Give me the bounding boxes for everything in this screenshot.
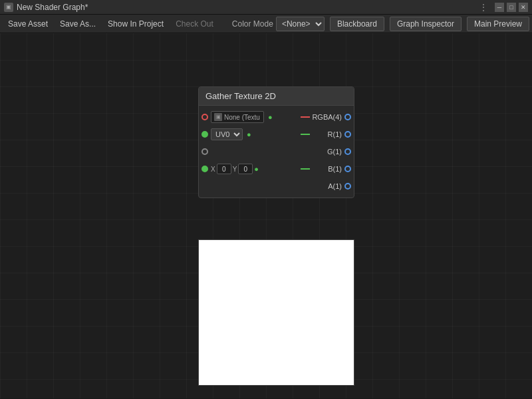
rgba-label: RGBA(4) [312, 113, 342, 121]
output-row-g: G(1) [301, 143, 354, 160]
b-port-dot[interactable] [344, 166, 351, 172]
close-button[interactable]: ✕ [519, 3, 528, 12]
input-row-uv: UV0 UV1 ● [199, 126, 301, 143]
color-mode-select[interactable]: <None> Linear Gamma [276, 17, 325, 31]
x-input[interactable] [217, 164, 231, 174]
blackboard-tab[interactable]: Blackboard [330, 17, 384, 31]
xy-widget: X Y [211, 164, 253, 174]
x-label: X [211, 166, 215, 173]
b-label: B(1) [328, 165, 342, 173]
app-icon: ▣ [4, 3, 13, 12]
dots-menu-icon[interactable]: ⋮ [479, 2, 488, 13]
texture-icon: ▣ [214, 113, 222, 121]
main-preview-tab[interactable]: Main Preview [467, 17, 529, 31]
g-label: G(1) [327, 148, 342, 156]
maximize-button[interactable]: □ [507, 3, 516, 12]
save-asset-button[interactable]: Save Asset [3, 17, 53, 31]
check-out-button[interactable]: Check Out [170, 17, 219, 31]
input-row-texture: ▣ None (Textu ● [199, 108, 301, 126]
color-mode-group: Color Mode <None> Linear Gamma Blackboar… [232, 17, 529, 31]
texture-connector-dot: ● [268, 113, 273, 121]
show-in-project-button[interactable]: Show In Project [102, 17, 169, 31]
node-title: Gather Texture 2D [205, 91, 276, 101]
menu-bar: Save Asset Save As... Show In Project Ch… [0, 15, 532, 33]
window-title: New Shader Graph* [17, 3, 479, 12]
node-inputs: ▣ None (Textu ● UV0 UV1 ● [199, 106, 301, 198]
rgba-port-dot[interactable] [344, 114, 351, 120]
window-controls: ⋮ ─ □ ✕ [479, 2, 528, 13]
a-label: A(1) [328, 182, 342, 190]
y-input[interactable] [238, 164, 253, 174]
offset-port-dot[interactable] [201, 166, 208, 172]
uv-connector-line [301, 134, 310, 135]
texture-port-dot[interactable] [201, 114, 208, 120]
node-card[interactable]: Gather Texture 2D ▣ None (Textu ● [198, 86, 354, 198]
texture-value: None (Textu [224, 114, 260, 121]
preview-box [198, 239, 354, 386]
texture-connector-line [301, 116, 310, 118]
sampler-port-dot[interactable] [201, 148, 208, 155]
r-label: R(1) [328, 130, 342, 138]
uv-select[interactable]: UV0 UV1 [211, 128, 243, 140]
r-port-dot[interactable] [344, 131, 351, 138]
title-bar: ▣ New Shader Graph* ⋮ ─ □ ✕ [0, 0, 532, 15]
offset-connector-line [301, 168, 310, 170]
uv-connector-dot: ● [247, 130, 251, 138]
y-label: Y [233, 166, 237, 173]
output-row-a: A(1) [301, 178, 354, 195]
node-body: ▣ None (Textu ● UV0 UV1 ● [199, 106, 354, 198]
input-row-sampler [199, 143, 301, 160]
minimize-button[interactable]: ─ [495, 3, 504, 12]
uv-port-dot[interactable] [201, 131, 208, 138]
graph-inspector-tab[interactable]: Graph Inspector [390, 17, 462, 31]
input-row-offset: X Y ● [199, 160, 301, 178]
g-port-dot[interactable] [344, 148, 351, 155]
a-port-dot[interactable] [344, 183, 351, 190]
node-outputs: RGBA(4) R(1) G(1) B(1) A(1) [301, 106, 354, 198]
node-header: Gather Texture 2D [199, 87, 354, 106]
save-as-button[interactable]: Save As... [55, 17, 101, 31]
color-mode-label: Color Mode [232, 19, 273, 29]
canvas-area[interactable]: Gather Texture 2D ▣ None (Textu ● [0, 33, 532, 398]
offset-connector-dot: ● [254, 165, 259, 173]
texture-widget[interactable]: ▣ None (Textu [211, 111, 264, 123]
